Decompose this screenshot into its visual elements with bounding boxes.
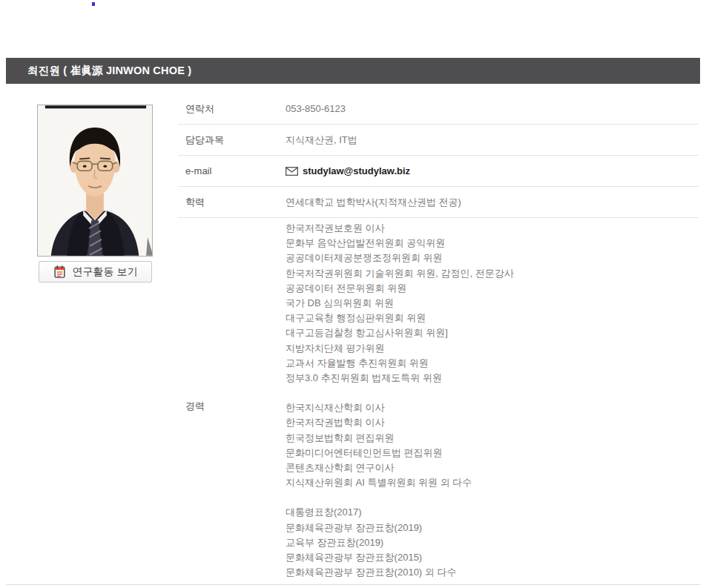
career-line: 문화부 음악산업발전위원회 공익위원	[286, 236, 514, 251]
career-line: 한국저작권법학회 이사	[286, 415, 514, 430]
bottom-divider	[6, 584, 700, 585]
row-label-email: e-mail	[178, 165, 286, 176]
career-line: 정부3.0 추진위원회 법제도특위 위원	[286, 371, 514, 386]
career-line: 한국저작권보호원 이사	[286, 221, 514, 236]
career-line: 한국저작권위원회 기술위원회 위원, 감정인, 전문강사	[286, 266, 514, 281]
career-line: 한국지식재산학회 이사	[286, 400, 514, 415]
education-value: 연세대학교 법학박사(지적재산권법 전공)	[286, 196, 461, 209]
email-value[interactable]: studylaw@studylaw.biz	[286, 165, 410, 176]
career-block-awards: 대통령표창(2017)문화체육관광부 장관표창(2019)교육부 장관표창(20…	[286, 505, 514, 580]
email-address-text: studylaw@studylaw.biz	[303, 165, 410, 176]
notepad-icon	[53, 265, 66, 279]
portrait-image	[38, 105, 152, 256]
page-marker-dot	[92, 2, 95, 6]
profile-header-bar: 최진원 ( 崔眞源 JINWON CHOE )	[6, 58, 700, 84]
career-line: 교과서 자율발행 추진위원회 위원	[286, 356, 514, 371]
research-activity-button-label: 연구활동 보기	[73, 265, 138, 279]
career-line: 지방자치단체 평가위원	[286, 341, 514, 356]
career-line: 힌국정보법학회 편집위원	[286, 431, 514, 446]
career-line: 대통령표창(2017)	[286, 505, 514, 520]
career-line: 콘텐츠재산학회 연구이사	[286, 460, 514, 475]
career-line: 공공데이터제공분쟁조정위원회 위원	[286, 251, 514, 265]
table-row-education: 학력 연세대학교 법학박사(지적재산권법 전공)	[178, 187, 699, 218]
career-line: 대구고등검찰청 항고심사위원회 위원]	[286, 326, 514, 340]
career-line: 문화미디어엔터테인먼트법 편집위원	[286, 446, 514, 460]
table-row-subjects: 담당과목 지식재산권, IT법	[178, 125, 699, 156]
career-line: 문화체육관광부 장관표창(2015)	[286, 550, 514, 565]
career-line: 국가 DB 심의위원회 위원	[286, 296, 514, 311]
profile-detail-table: 연락처 053-850-6123 담당과목 지식재산권, IT법 e-mail …	[178, 93, 699, 588]
career-values: 한국저작권보호원 이사문화부 음악산업발전위원회 공익위원공공데이터제공분쟁조정…	[286, 218, 514, 588]
career-line: 공공데이터 전문위원회 위원	[286, 281, 514, 296]
contact-phone-value: 053-850-6123	[286, 103, 346, 114]
table-row-email: e-mail studylaw@studylaw.biz	[178, 156, 699, 187]
table-row-career: 경력 한국저작권보호원 이사문화부 음악산업발전위원회 공익위원공공데이터제공분…	[178, 218, 699, 588]
table-row-contact: 연락처 053-850-6123	[178, 93, 699, 125]
career-line: 교육부 장관표창(2019)	[286, 535, 514, 550]
career-line: 지식재산위원회 AI 특별위원회 위원 외 다수	[286, 475, 514, 490]
career-line: 대구교육청 행정심판위원회 위원	[286, 311, 514, 326]
career-block-committees: 한국저작권보호원 이사문화부 음악산업발전위원회 공익위원공공데이터제공분쟁조정…	[286, 221, 514, 386]
career-line: 문화체육관광부 장관표창(2019)	[286, 521, 514, 535]
professor-name-title: 최진원 ( 崔眞源 JINWON CHOE )	[27, 64, 191, 78]
row-label-subjects: 담당과목	[178, 133, 286, 147]
row-label-education: 학력	[178, 196, 286, 209]
row-label-career: 경력	[178, 218, 286, 588]
career-line: 문화체육관광부 장관표창(2010) 외 다수	[286, 565, 514, 580]
envelope-icon	[286, 167, 298, 176]
subjects-value: 지식재산권, IT법	[286, 133, 357, 147]
profile-photo	[37, 105, 153, 257]
career-block-academic: 한국지식재산학회 이사한국저작권법학회 이사힌국정보법학회 편집위원문화미디어엔…	[286, 400, 514, 490]
row-label-contact: 연락처	[178, 102, 286, 116]
research-activity-button[interactable]: 연구활동 보기	[39, 261, 152, 283]
